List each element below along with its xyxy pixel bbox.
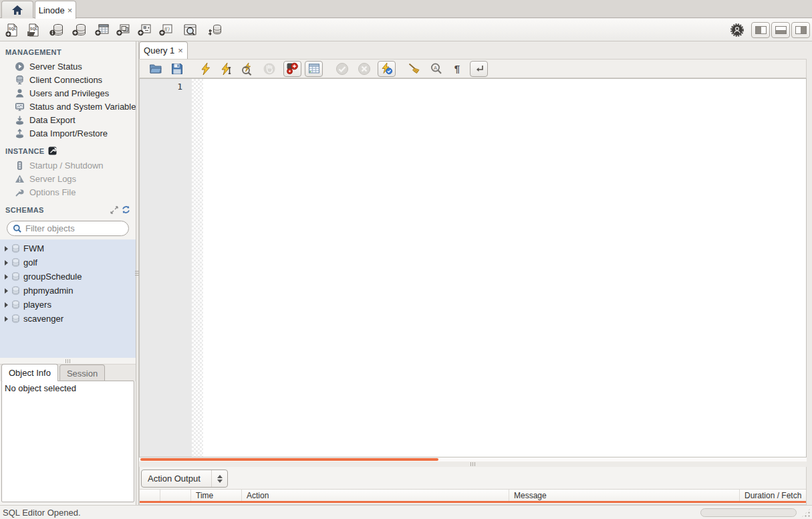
instance-section-title: INSTANCE [5, 146, 136, 155]
editor-output-splitter[interactable] [139, 461, 807, 467]
schema-row-phpmyadmin[interactable]: phpmyadmin [0, 284, 136, 298]
close-tab-icon[interactable]: × [67, 6, 73, 15]
stop-button[interactable] [261, 61, 277, 77]
toggle-right-sidebar-button[interactable] [791, 22, 810, 38]
output-col-time[interactable]: Time [191, 490, 242, 501]
sidebar-item-data-export[interactable]: Data Export [0, 113, 136, 126]
svg-text:A: A [434, 65, 437, 71]
create-schema-button[interactable] [71, 21, 88, 39]
new-sql-tab-icon: SQL [5, 23, 19, 37]
expand-schemas-icon[interactable] [110, 206, 118, 214]
line-number-gutter: 1 [140, 79, 192, 457]
sidebar-item-status-variables[interactable]: Status and System Variables [0, 100, 136, 113]
schema-filter-input[interactable] [25, 223, 123, 233]
object-info-text: No object selected [5, 383, 76, 393]
output-col-status[interactable] [140, 490, 160, 501]
toggle-stop-on-error-button[interactable] [283, 61, 301, 77]
output-col-index[interactable] [160, 490, 191, 501]
inspect-database-button[interactable] [48, 21, 65, 39]
sql-code-editor[interactable]: 1 [139, 78, 807, 457]
code-area[interactable] [203, 79, 806, 457]
execute-button[interactable] [198, 61, 214, 77]
tab-object-info[interactable]: Object Info [1, 364, 58, 381]
new-sql-tab-button[interactable]: SQL [3, 21, 21, 39]
svg-text:f(): f() [164, 26, 170, 32]
expander-icon[interactable] [5, 260, 8, 266]
schema-icon [11, 300, 20, 309]
open-file-icon [149, 63, 162, 75]
schema-row-groupschedule[interactable]: groupSchedule [0, 270, 136, 284]
toggle-autocommit-button[interactable] [378, 61, 396, 77]
create-table-button[interactable] [94, 21, 111, 39]
find-magnifier-icon: A [430, 62, 443, 76]
limit-rows-button[interactable] [305, 61, 323, 77]
instance-title-label: INSTANCE [5, 147, 45, 155]
query-tab[interactable]: Query 1 × [139, 41, 188, 59]
expander-icon[interactable] [5, 246, 8, 251]
beautify-button[interactable] [407, 61, 423, 77]
schema-row-players[interactable]: players [0, 298, 136, 312]
rollback-button[interactable] [356, 61, 372, 77]
tab-session[interactable]: Session [59, 365, 105, 381]
schema-row-golf[interactable]: golf [0, 255, 136, 270]
preferences-button[interactable] [728, 21, 746, 39]
open-file-button[interactable] [148, 61, 164, 77]
execute-current-icon [221, 62, 233, 76]
status-variables-icon [15, 102, 25, 112]
rollback-x-icon [358, 62, 371, 76]
line-number: 1 [177, 82, 182, 92]
output-col-message[interactable]: Message [509, 490, 740, 501]
sidebar-item-server-logs[interactable]: Server Logs [0, 172, 136, 185]
reconnect-dbms-button[interactable] [206, 21, 223, 39]
expander-icon[interactable] [5, 288, 8, 294]
schema-icon [11, 244, 20, 253]
sidebar-item-startup-shutdown[interactable]: Startup / Shutdown [0, 159, 136, 172]
output-panel: Action Output Time Action Message Durati… [139, 467, 807, 505]
code-folding-margin [192, 79, 203, 457]
connection-tab[interactable]: Linode × [35, 1, 76, 19]
expander-icon[interactable] [5, 302, 8, 308]
commit-button[interactable] [334, 61, 350, 77]
sidebar-item-data-import[interactable]: Data Import/Restore [0, 126, 136, 140]
resize-grip[interactable] [801, 508, 811, 518]
expander-icon[interactable] [5, 316, 8, 322]
open-sql-script-button[interactable]: SQL [25, 21, 42, 39]
output-table-header: Time Action Message Duration / Fetch [140, 489, 806, 503]
create-view-button[interactable] [115, 21, 132, 39]
expander-icon[interactable] [5, 274, 8, 280]
save-button[interactable] [169, 61, 185, 77]
schema-icon [11, 258, 20, 267]
refresh-schemas-icon[interactable] [122, 205, 130, 214]
sidebar-item-client-connections[interactable]: Client Connections [0, 73, 136, 86]
show-invisibles-button[interactable]: ¶ [449, 61, 465, 77]
output-selector-label: Action Output [142, 474, 211, 484]
combo-spinner-icon[interactable] [211, 470, 227, 487]
execute-current-button[interactable] [219, 61, 235, 77]
create-function-button[interactable]: f() [158, 21, 175, 39]
search-data-button[interactable] [182, 21, 199, 39]
schema-row-fwm[interactable]: FWM [0, 241, 136, 255]
schema-row-scavenger[interactable]: scavenger [0, 312, 136, 326]
status-bar: SQL Editor Opened. [0, 505, 812, 519]
scrollbar-thumb[interactable] [140, 458, 438, 461]
home-tab[interactable] [1, 1, 33, 18]
sidebar-item-options-file[interactable]: Options File [0, 185, 136, 199]
sidebar-item-server-status[interactable]: Server Status [0, 60, 136, 73]
create-schema-icon [72, 23, 88, 37]
sidebar-item-users-privileges[interactable]: Users and Privileges [0, 86, 136, 100]
home-icon [11, 5, 23, 15]
management-section-title: MANAGEMENT [5, 48, 136, 56]
create-procedure-button[interactable] [136, 21, 154, 39]
sidebar-splitter-handle[interactable] [0, 358, 136, 364]
toggle-left-sidebar-button[interactable] [751, 22, 770, 38]
close-query-tab-icon[interactable]: × [178, 45, 183, 56]
output-selector[interactable]: Action Output [141, 470, 228, 488]
output-col-duration[interactable]: Duration / Fetch [740, 490, 806, 501]
output-col-action[interactable]: Action [242, 490, 509, 501]
schemas-section-title: SCHEMAS [5, 205, 130, 214]
find-button[interactable]: A [428, 61, 444, 77]
toggle-output-area-button[interactable] [771, 22, 790, 38]
explain-button[interactable] [239, 61, 255, 77]
toggle-wrap-button[interactable] [470, 61, 488, 77]
sidebar-item-label: Server Logs [29, 174, 76, 184]
